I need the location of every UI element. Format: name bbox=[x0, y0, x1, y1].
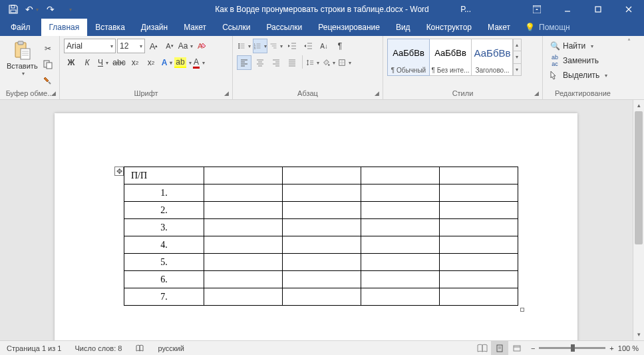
table-number-cell[interactable]: 3. bbox=[124, 219, 204, 236]
table-cell[interactable] bbox=[440, 202, 518, 219]
save-button[interactable] bbox=[5, 1, 21, 17]
table-cell[interactable] bbox=[440, 288, 518, 306]
table-cell[interactable] bbox=[440, 236, 518, 254]
tab-table-design[interactable]: Конструктор bbox=[418, 19, 480, 36]
tab-references[interactable]: Ссылки bbox=[214, 19, 258, 36]
chevron-up-icon[interactable]: ▴ bbox=[513, 39, 521, 51]
text-effects-button[interactable]: A▾ bbox=[160, 55, 174, 70]
chevron-down-icon[interactable]: ▾ bbox=[513, 51, 521, 63]
shrink-font-button[interactable]: A▾ bbox=[162, 39, 177, 53]
collapse-ribbon-button[interactable]: ˄ bbox=[623, 36, 635, 99]
style-heading1[interactable]: АаБбВв Заголово... bbox=[471, 39, 514, 76]
table-cell[interactable] bbox=[283, 254, 361, 271]
close-button[interactable] bbox=[613, 0, 644, 19]
table-cell[interactable] bbox=[440, 219, 518, 236]
justify-button[interactable] bbox=[285, 55, 299, 70]
table-number-cell[interactable]: 6. bbox=[124, 271, 204, 288]
clipboard-dialog-launcher[interactable]: ◢ bbox=[49, 89, 57, 97]
superscript-button[interactable]: x2 bbox=[144, 55, 158, 70]
borders-button[interactable]: ▾ bbox=[337, 55, 352, 70]
style-normal[interactable]: АаБбВв ¶ Обычный bbox=[387, 39, 430, 76]
show-marks-button[interactable]: ¶ bbox=[333, 39, 347, 53]
table-cell[interactable] bbox=[440, 271, 518, 288]
table-cell[interactable] bbox=[204, 167, 283, 184]
font-size-combo[interactable]: 12▾ bbox=[117, 39, 145, 53]
table-cell[interactable] bbox=[283, 219, 361, 236]
font-name-combo[interactable]: Arial▾ bbox=[64, 39, 116, 53]
more-styles-icon[interactable]: ▾ bbox=[513, 64, 521, 75]
find-button[interactable]: 🔍 Найти ▾ bbox=[547, 39, 619, 53]
tab-layout[interactable]: Макет bbox=[176, 19, 214, 36]
scroll-down-button[interactable]: ▾ bbox=[633, 329, 644, 340]
styles-dialog-launcher[interactable]: ◢ bbox=[532, 89, 540, 97]
status-language[interactable]: русский bbox=[151, 344, 190, 352]
tab-home[interactable]: Главная bbox=[41, 19, 88, 36]
read-mode-button[interactable] bbox=[474, 341, 491, 356]
tab-file[interactable]: Файл bbox=[0, 19, 41, 36]
status-word-count[interactable]: Число слов: 8 bbox=[68, 344, 128, 352]
web-layout-button[interactable] bbox=[508, 341, 526, 356]
table-cell[interactable] bbox=[361, 167, 440, 184]
table-cell[interactable] bbox=[361, 288, 440, 306]
change-case-button[interactable]: Aa▾ bbox=[178, 39, 193, 53]
table-cell[interactable] bbox=[283, 202, 361, 219]
table-cell[interactable] bbox=[361, 219, 440, 236]
tab-insert[interactable]: Вставка bbox=[87, 19, 133, 36]
format-painter-button[interactable] bbox=[41, 73, 55, 88]
align-left-button[interactable] bbox=[237, 55, 251, 70]
zoom-slider-handle[interactable] bbox=[571, 344, 575, 352]
zoom-level[interactable]: 100 % bbox=[618, 344, 639, 352]
table-cell[interactable] bbox=[361, 184, 440, 202]
redo-button[interactable]: ↷ bbox=[43, 1, 59, 17]
tab-design[interactable]: Дизайн bbox=[133, 19, 176, 36]
table-cell[interactable] bbox=[361, 254, 440, 271]
table-number-cell[interactable]: 2. bbox=[124, 202, 204, 219]
paragraph-dialog-launcher[interactable]: ◢ bbox=[373, 89, 381, 97]
scroll-track[interactable] bbox=[633, 111, 644, 329]
table-cell[interactable] bbox=[283, 288, 361, 306]
tell-me[interactable]: 💡 Помощн bbox=[518, 19, 577, 36]
scroll-up-button[interactable]: ▴ bbox=[633, 100, 644, 111]
cut-button[interactable]: ✂ bbox=[41, 41, 55, 56]
highlight-button[interactable]: ab▾ bbox=[176, 55, 190, 70]
table-cell[interactable] bbox=[283, 167, 361, 184]
maximize-button[interactable] bbox=[583, 0, 613, 19]
zoom-in-button[interactable]: + bbox=[609, 344, 613, 352]
increase-indent-button[interactable] bbox=[301, 39, 315, 53]
shading-button[interactable]: ▾ bbox=[321, 55, 336, 70]
zoom-slider[interactable] bbox=[539, 347, 605, 349]
table-cell[interactable] bbox=[361, 236, 440, 254]
font-dialog-launcher[interactable]: ◢ bbox=[222, 89, 230, 97]
table-cell[interactable] bbox=[204, 288, 283, 306]
document-table[interactable]: П/П1.2.3.4.5.6.7. bbox=[124, 167, 518, 306]
table-header-cell[interactable]: П/П bbox=[124, 167, 204, 184]
table-cell[interactable] bbox=[440, 254, 518, 271]
style-no-spacing[interactable]: АаБбВв ¶ Без инте... bbox=[429, 39, 472, 76]
ribbon-display-options-button[interactable] bbox=[522, 0, 552, 19]
subscript-button[interactable]: x2 bbox=[128, 55, 142, 70]
copy-button[interactable] bbox=[41, 57, 55, 72]
decrease-indent-button[interactable] bbox=[285, 39, 299, 53]
align-right-button[interactable] bbox=[269, 55, 283, 70]
multilevel-list-button[interactable]: ▾ bbox=[269, 39, 283, 53]
italic-button[interactable]: К bbox=[80, 55, 94, 70]
table-cell[interactable] bbox=[440, 167, 518, 184]
table-cell[interactable] bbox=[204, 184, 283, 202]
table-cell[interactable] bbox=[283, 271, 361, 288]
page[interactable]: ✥ П/П1.2.3.4.5.6.7. bbox=[55, 113, 577, 340]
table-cell[interactable] bbox=[204, 254, 283, 271]
undo-button[interactable]: ↶▾ bbox=[24, 1, 40, 17]
tab-view[interactable]: Вид bbox=[388, 19, 418, 36]
sort-button[interactable]: А↓ bbox=[317, 39, 331, 53]
font-color-button[interactable]: A▾ bbox=[192, 55, 206, 70]
table-cell[interactable] bbox=[204, 219, 283, 236]
vertical-scrollbar[interactable]: ▴ ▾ bbox=[633, 100, 644, 340]
minimize-button[interactable] bbox=[552, 0, 583, 19]
table-resize-handle[interactable] bbox=[520, 308, 524, 312]
strikethrough-button[interactable]: abc bbox=[112, 55, 126, 70]
status-page[interactable]: Страница 1 из 1 bbox=[0, 344, 68, 352]
styles-gallery-spinner[interactable]: ▴ ▾ ▾ bbox=[512, 39, 522, 76]
tab-review[interactable]: Рецензирование bbox=[310, 19, 388, 36]
numbering-button[interactable]: 123▾ bbox=[253, 39, 267, 53]
table-number-cell[interactable]: 1. bbox=[124, 184, 204, 202]
